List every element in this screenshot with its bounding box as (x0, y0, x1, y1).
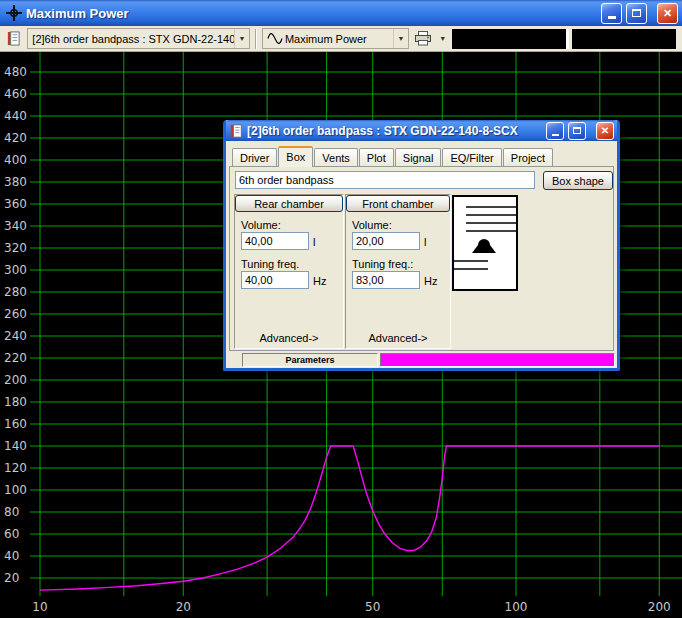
status-parameters-label: Parameters (242, 353, 378, 367)
svg-text:460: 460 (4, 87, 27, 101)
svg-text:140: 140 (4, 439, 27, 453)
sine-wave-icon (267, 33, 283, 44)
rear-tuning-unit: Hz (313, 275, 326, 289)
svg-text:260: 260 (4, 307, 27, 321)
svg-text:220: 220 (4, 351, 27, 365)
svg-text:320: 320 (4, 241, 27, 255)
front-tuning-input[interactable] (352, 271, 420, 289)
svg-text:80: 80 (4, 505, 19, 519)
crosshair-app-icon (6, 5, 22, 21)
minimize-icon (608, 16, 616, 19)
maximize-icon (632, 9, 641, 17)
toolbar: [2]6th order bandpass : STX GDN-22-140-8… (0, 26, 682, 52)
tab-project[interactable]: Project (503, 148, 553, 166)
dialog-minimize-icon (552, 134, 559, 136)
svg-text:240: 240 (4, 329, 27, 343)
rear-tuning-label: Tuning freq. (241, 258, 343, 270)
svg-text:100: 100 (4, 483, 27, 497)
dialog-body: Driver Box Vents Plot Signal EQ/Filter P… (226, 141, 617, 368)
rear-volume-label: Volume: (241, 219, 343, 231)
front-tuning-unit: Hz (424, 275, 437, 289)
toolbar-separator (255, 29, 257, 49)
dialog-close-button[interactable]: ✕ (596, 122, 614, 140)
front-chamber-button[interactable]: Front chamber (346, 195, 450, 212)
maximum-power-app: { "app": { "title": "Maximum Power" }, "… (0, 0, 682, 618)
minimize-button[interactable] (601, 3, 622, 24)
maximize-button[interactable] (626, 3, 647, 24)
dialog-minimize-button[interactable] (546, 122, 564, 140)
svg-text:360: 360 (4, 197, 27, 211)
svg-text:380: 380 (4, 175, 27, 189)
close-button[interactable]: ✕ (657, 3, 678, 24)
svg-text:120: 120 (4, 461, 27, 475)
front-volume-unit: l (424, 236, 426, 250)
svg-text:20: 20 (176, 600, 191, 614)
dialog-notebook-icon (229, 124, 243, 138)
svg-text:280: 280 (4, 285, 27, 299)
curve-combo[interactable]: [2]6th order bandpass : STX GDN-22-140-8… (27, 28, 250, 49)
print-options-chevron-down-icon[interactable]: ▼ (436, 28, 449, 49)
plot-type-combo[interactable]: Maximum Power ▼ (262, 28, 409, 49)
dialog-titlebar[interactable]: [2]6th order bandpass : STX GDN-22-140-8… (226, 120, 617, 141)
dialog-maximize-button[interactable] (568, 122, 586, 140)
svg-text:340: 340 (4, 219, 27, 233)
plot-combo-chevron-down-icon[interactable]: ▼ (393, 29, 408, 48)
rear-chamber-panel: Rear chamber Volume: l Tuning freq. Hz A… (234, 194, 344, 349)
svg-text:200: 200 (648, 600, 671, 614)
svg-text:10: 10 (32, 600, 47, 614)
front-volume-label: Volume: (352, 219, 450, 231)
readout-display-2 (572, 29, 676, 49)
svg-text:480: 480 (4, 65, 27, 79)
printer-icon (414, 31, 432, 46)
box-shape-diagram (452, 195, 518, 291)
tab-signal[interactable]: Signal (395, 148, 442, 166)
dialog-maximize-icon (573, 127, 581, 134)
dialog-close-icon: ✕ (601, 125, 609, 136)
app-title: Maximum Power (26, 6, 601, 21)
print-button[interactable] (412, 28, 433, 49)
project-notes-button[interactable] (3, 28, 24, 49)
svg-text:420: 420 (4, 131, 27, 145)
box-dialog: [2]6th order bandpass : STX GDN-22-140-8… (223, 120, 620, 371)
svg-text:50: 50 (365, 600, 380, 614)
front-advanced-link[interactable]: Advanced-> (346, 332, 450, 344)
svg-text:400: 400 (4, 153, 27, 167)
tab-driver[interactable]: Driver (232, 148, 277, 166)
tab-box[interactable]: Box (278, 146, 313, 167)
dialog-statusbar: Parameters (226, 353, 617, 367)
svg-text:200: 200 (4, 373, 27, 387)
app-titlebar[interactable]: Maximum Power ✕ (0, 0, 682, 26)
notebook-icon (6, 31, 21, 46)
front-chamber-panel: Front chamber Volume: l Tuning freq.: Hz… (345, 194, 451, 349)
tab-plot[interactable]: Plot (359, 148, 394, 166)
rear-advanced-link[interactable]: Advanced-> (235, 332, 343, 344)
readout-display-1 (452, 29, 569, 49)
dialog-title: [2]6th order bandpass : STX GDN-22-140-8… (247, 124, 546, 138)
svg-text:300: 300 (4, 263, 27, 277)
svg-text:440: 440 (4, 109, 27, 123)
rear-chamber-button[interactable]: Rear chamber (235, 195, 343, 212)
status-progress-bar (380, 353, 615, 367)
front-tuning-label: Tuning freq.: (352, 258, 450, 270)
svg-text:180: 180 (4, 395, 27, 409)
front-volume-input[interactable] (352, 232, 420, 250)
rear-tuning-input[interactable] (241, 271, 309, 289)
svg-text:160: 160 (4, 417, 27, 431)
rear-volume-input[interactable] (241, 232, 309, 250)
dialog-tabs: Driver Box Vents Plot Signal EQ/Filter P… (232, 146, 554, 166)
svg-text:40: 40 (4, 549, 19, 563)
box-name-input[interactable] (235, 171, 535, 189)
curve-combo-chevron-down-icon[interactable]: ▼ (234, 29, 249, 48)
svg-text:20: 20 (4, 571, 19, 585)
box-tab-pane: Box shape Rear chamber Volume: l Tuning … (229, 166, 614, 351)
close-icon: ✕ (663, 7, 672, 20)
curve-combo-value: [2]6th order bandpass : STX GDN-22-140-8… (32, 33, 234, 45)
rear-volume-unit: l (313, 236, 315, 250)
svg-text:100: 100 (505, 600, 528, 614)
tab-vents[interactable]: Vents (314, 148, 358, 166)
tab-eq-filter[interactable]: EQ/Filter (442, 148, 501, 166)
svg-text:60: 60 (4, 527, 19, 541)
box-shape-button[interactable]: Box shape (543, 171, 613, 190)
plot-type-value: Maximum Power (285, 33, 393, 45)
